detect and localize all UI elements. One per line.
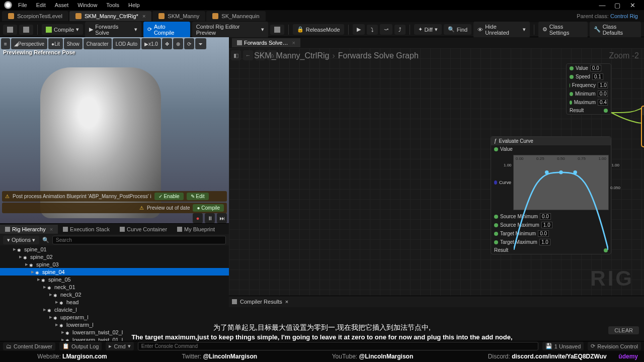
diff-button[interactable]: ✦ Diff ▾ [414,24,442,35]
search-input[interactable] [52,236,226,244]
step-over-button[interactable]: ⤻ [380,24,392,35]
viewport-3d[interactable]: ≡ ◢ Perspective ● Lit Show Character LOD… [0,37,229,223]
expand-arrow-icon[interactable]: ▸ [36,276,41,283]
tree-row[interactable]: ▸clavicle_l [0,306,229,313]
tree-row[interactable]: ▸spine_01 [0,245,229,253]
expand-arrow-icon[interactable]: ▸ [12,246,17,252]
expand-arrow-icon[interactable]: ▸ [60,329,65,335]
menu-asset[interactable]: Asset [55,2,69,8]
play-button[interactable]: ▶ [353,24,365,35]
input-pin[interactable] [494,215,498,219]
expand-arrow-icon[interactable]: ▸ [48,291,53,298]
tree-row[interactable]: ▸spine_05 [0,276,229,283]
value-input[interactable]: 0.1 [592,73,603,80]
tree-row[interactable]: ▸head [0,298,229,306]
output-log-button[interactable]: 📋 Output Log [59,342,102,350]
input-pin[interactable] [494,223,498,227]
maximize-button[interactable]: ▢ [610,2,625,9]
minimize-button[interactable]: — [595,2,610,9]
youtube-link[interactable]: YouTube: @LincolnMargison [332,353,414,360]
tab-sk-mannequin[interactable]: SK_Mannequin [206,11,265,21]
class-defaults-button[interactable]: 🔧 Class Defaults [590,22,641,38]
tab-curve-container[interactable]: Curve Container [115,225,172,234]
input-pin[interactable] [570,83,570,87]
menu-edit[interactable]: Edit [36,2,46,8]
lod-dropdown[interactable]: LOD Auto [113,38,140,49]
input-pin[interactable] [570,101,572,105]
tab-rig-hierarchy[interactable]: Rig Hierarchy× [0,225,58,234]
expand-arrow-icon[interactable]: ▸ [48,314,53,320]
website-link[interactable]: Website: LMargison.com [37,353,107,360]
tab-execution-stack[interactable]: Execution Stack [58,225,115,234]
options-dropdown[interactable]: ▾ Options ▾ [3,236,39,244]
expand-arrow-icon[interactable]: ▸ [42,284,47,290]
content-drawer-button[interactable]: 🗂 Content Drawer [3,342,55,350]
curve-pin[interactable] [494,180,497,185]
release-mode-button[interactable]: 🔒 ReleaseMode [293,24,344,35]
close-icon[interactable]: × [50,226,53,232]
expand-arrow-icon[interactable]: ▸ [60,336,65,341]
auto-compile-button[interactable]: ⟳ Auto Compile [143,22,190,38]
class-settings-button[interactable]: ⚙ Class Settings [538,22,588,38]
parent-class-link[interactable]: Control Rig [610,13,638,19]
expand-arrow-icon[interactable]: ▸ [54,321,59,328]
hierarchy-tree[interactable]: ▸spine_01▸spine_02▸spine_03▸spine_04▸spi… [0,245,229,341]
input-pin[interactable] [570,66,574,70]
tree-row[interactable]: ▸upperarm_l [0,313,229,321]
tree-row[interactable]: ▸spine_04 [0,268,229,276]
step-in-button[interactable]: ⤵ [367,25,378,35]
unsaved-indicator[interactable]: 💾 1 Unsaved [542,342,584,350]
tree-row[interactable]: ▸neck_01 [0,283,229,291]
graph-canvas[interactable]: ◧ ← → ⌂ SKM_Manny_CtrlRig›Forwards Solve… [229,48,644,296]
gizmo-move[interactable]: ⊕ [173,38,183,49]
console-input[interactable] [138,342,538,350]
input-pin[interactable] [494,147,498,151]
output-pin[interactable] [604,109,608,113]
lit-dropdown[interactable]: ● Lit [48,38,63,49]
reimport-button[interactable] [270,25,284,35]
find-button[interactable]: 🔍 Find [444,24,471,35]
tab-skm-manny[interactable]: SKM_Manny [152,11,205,21]
hide-unrelated-button[interactable]: 👁 Hide Unrelated ▾ [473,22,530,38]
breadcrumb[interactable]: SKM_Manny_CtrlRig›Forwards Solve Graph [254,51,419,60]
value-input[interactable]: 1.0 [598,82,608,88]
nav-back-button[interactable]: ← [243,50,253,60]
menu-file[interactable]: File [18,2,27,8]
evaluate-curve-node[interactable]: ƒ Evaluate Curve Value Curve 0.00 0.25 0… [491,136,611,254]
edit-button[interactable]: ✎ Edit [187,193,209,200]
tree-row[interactable]: ▸lowerarm_twist_02_l [0,328,229,336]
value-input[interactable]: 0.0 [598,90,608,97]
expand-arrow-icon[interactable]: ▸ [24,261,29,267]
tree-row[interactable]: ▸spine_03 [0,260,229,268]
value-input[interactable]: 0.0 [590,65,601,71]
save-button[interactable] [3,25,17,35]
nav-menu-button[interactable]: ◧ [231,50,241,60]
menu-window[interactable]: Window [77,2,97,8]
input-pin[interactable] [570,75,574,79]
tree-row[interactable]: ▸lowerarm_l [0,321,229,328]
tab-level[interactable]: ScorpionTestLevel [2,11,68,21]
record-button[interactable]: ● [193,213,203,223]
step-out-button[interactable]: ⤴ [394,25,406,35]
show-dropdown[interactable]: Show [64,38,83,49]
clear-button[interactable]: CLEAR [608,326,639,334]
tab-ctrlrig[interactable]: SKM_Manny_CtrlRig*× [69,11,151,21]
play-rate[interactable]: ▶ x1.0 [141,38,161,49]
pause-button[interactable]: ⏸ [205,213,215,223]
close-button[interactable]: ✕ [625,2,640,9]
close-icon[interactable]: × [292,40,295,46]
tree-row[interactable]: ▸neck_02 [0,291,229,298]
input-pin[interactable] [570,92,573,96]
add-node[interactable]: ƒ Add A B1.0 Result ⊕Add pin [641,106,644,147]
compile-preview-button[interactable]: ● Compile [193,204,224,212]
expand-arrow-icon[interactable]: ▸ [18,253,23,260]
graph-tab[interactable]: Forwards Solve…× [232,38,300,47]
expand-arrow-icon[interactable]: ▸ [30,268,35,275]
revision-control-button[interactable]: ⟳ Revision Control [588,342,641,350]
tree-row[interactable]: ▸lowerarm_twist_01_l [0,336,229,341]
curve-editor[interactable]: 0.00 0.25 0.50 0.75 1.00 1.00 1.00 0.050 [513,155,609,210]
noise-node[interactable]: Value0.0 Speed0.1 Frequency1.0 Minimum0.… [566,63,611,115]
twitter-link[interactable]: Twitter: @LincolnMargison [182,353,257,360]
compile-button[interactable]: Compile ▾ [42,24,83,35]
tree-row[interactable]: ▸spine_02 [0,253,229,260]
